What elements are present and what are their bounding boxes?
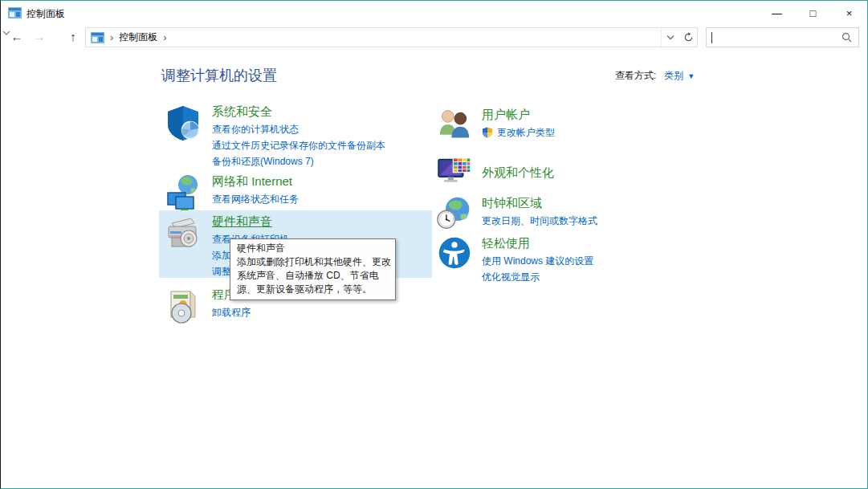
link-change-date-time-number-formats[interactable]: 更改日期、时间或数字格式 [482, 213, 597, 229]
link-uninstall-program[interactable]: 卸载程序 [212, 304, 251, 320]
control-panel-window: 控制面板 — □ × ← → ↑ › 控制面板 › [0, 0, 868, 489]
hardware-sound-tooltip: 硬件和声音 添加或删除打印机和其他硬件、更改 系统声音、自动播放 CD、节省电 … [230, 238, 396, 300]
network-internet-icon [164, 173, 202, 212]
link-windows-suggested-settings[interactable]: 使用 Windows 建议的设置 [482, 253, 593, 269]
link-label: 更改帐户类型 [497, 124, 555, 141]
category-title[interactable]: 用户帐户 [482, 107, 555, 123]
breadcrumb-separator[interactable]: › [163, 31, 166, 43]
system-security-icon [164, 104, 202, 142]
back-icon[interactable]: ← [7, 28, 26, 46]
tooltip-title: 硬件和声音 [237, 242, 389, 255]
link-backup-restore-windows7[interactable]: 备份和还原(Windows 7) [212, 153, 385, 169]
view-by-caret-icon[interactable]: ▼ [687, 72, 695, 80]
maximize-button[interactable]: □ [795, 2, 831, 25]
category-title[interactable]: 轻松使用 [482, 235, 593, 251]
minimize-button[interactable]: — [759, 2, 795, 25]
category-user-accounts[interactable]: 用户帐户 更改帐户类型 [432, 104, 705, 145]
category-title[interactable]: 外观和个性化 [482, 165, 554, 181]
close-button[interactable]: × [831, 2, 867, 25]
category-title[interactable]: 系统和安全 [212, 104, 385, 120]
main-content: 调整计算机的设置 查看方式: 类别 ▼ 系统和安全 查看你的计算机状态 通过文件… [1, 50, 867, 488]
link-view-network-status[interactable]: 查看网络状态和任务 [212, 191, 299, 207]
appearance-personalization-icon [437, 153, 472, 189]
category-system-and-security[interactable]: 系统和安全 查看你的计算机状态 通过文件历史记录保存你的文件备份副本 备份和还原… [159, 100, 432, 173]
search-icon[interactable] [842, 32, 852, 43]
search-input[interactable] [706, 27, 859, 47]
ease-of-access-icon [437, 235, 472, 271]
link-change-account-type[interactable]: 更改帐户类型 [482, 124, 555, 141]
breadcrumb-control-panel[interactable]: 控制面板 [119, 31, 157, 44]
category-title[interactable]: 时钟和区域 [482, 195, 597, 211]
refresh-icon[interactable] [679, 28, 697, 47]
tooltip-line: 系统声音、自动播放 CD、节省电 [237, 269, 389, 283]
tooltip-line: 添加或删除打印机和其他硬件、更改 [237, 255, 389, 269]
breadcrumb-separator: › [110, 31, 113, 43]
view-by-value[interactable]: 类别 [664, 69, 683, 83]
clock-region-icon [437, 195, 472, 230]
control-panel-icon [8, 7, 22, 18]
forward-icon: → [30, 28, 49, 46]
title-bar: 控制面板 — □ × [1, 2, 867, 25]
up-icon[interactable]: ↑ [63, 28, 83, 46]
view-by-control: 查看方式: 类别 ▼ [615, 69, 695, 83]
category-clock-and-region[interactable]: 时钟和区域 更改日期、时间或数字格式 [432, 192, 705, 234]
link-view-computer-status[interactable]: 查看你的计算机状态 [212, 121, 385, 137]
address-bar[interactable]: › 控制面板 › [85, 27, 698, 47]
link-file-history-backup[interactable]: 通过文件历史记录保存你的文件备份副本 [212, 137, 385, 153]
breadcrumb-control-panel-icon [91, 32, 104, 43]
text-caret [711, 32, 712, 43]
category-title[interactable]: 网络和 Internet [212, 173, 299, 189]
navigation-bar: ← → ↑ › 控制面板 › [1, 25, 867, 50]
hardware-sound-icon [164, 214, 202, 252]
tooltip-line: 源、更新设备驱动程序，等等。 [237, 283, 389, 296]
link-optimize-visual-display[interactable]: 优化视觉显示 [482, 269, 593, 285]
user-accounts-icon [437, 107, 472, 142]
window-title: 控制面板 [26, 7, 65, 21]
category-title[interactable]: 硬件和声音 [212, 214, 289, 230]
programs-icon [164, 287, 202, 325]
category-ease-of-access[interactable]: 轻松使用 使用 Windows 建议的设置 优化视觉显示 [432, 232, 705, 288]
category-appearance-personalization[interactable]: 外观和个性化 [432, 150, 705, 192]
category-network-and-internet[interactable]: 网络和 Internet 查看网络状态和任务 [159, 170, 432, 215]
page-title: 调整计算机的设置 [161, 66, 277, 85]
address-dropdown-icon[interactable] [662, 28, 679, 47]
view-by-label: 查看方式: [615, 69, 656, 83]
uac-shield-icon [482, 127, 493, 138]
